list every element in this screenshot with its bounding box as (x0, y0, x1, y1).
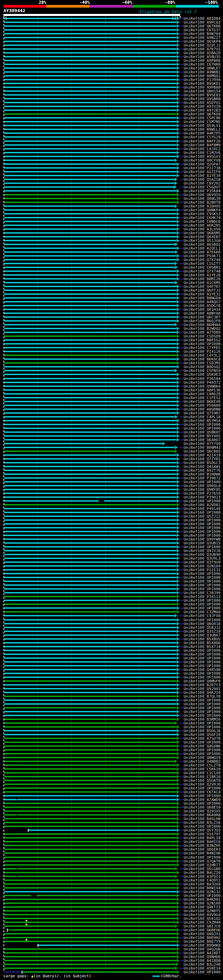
hit-line (4, 186, 173, 188)
hit-label[interactable]: UniRef100_Q2GPA7 (184, 162, 221, 166)
hit-label[interactable]: UniRef100_A3FQI1 (184, 875, 221, 878)
hit-line (4, 389, 176, 391)
hit-label[interactable]: UniRef100_Q2N132 (184, 890, 221, 894)
subject-extends-dash (180, 478, 183, 479)
hit-label[interactable]: UniRef100_B4FBM9 (184, 143, 221, 147)
hit-label[interactable]: UniRef100_Q5K9E3 (184, 373, 221, 377)
subject-extends-dash (180, 485, 183, 486)
hit-label[interactable]: UniRef100_UPI000.. (184, 618, 223, 622)
hit-arrow-icon (176, 740, 180, 744)
subject-extends-dash (180, 240, 183, 241)
hit-label[interactable]: UniRef100_UPI000.. (184, 894, 223, 897)
hit-line (4, 745, 176, 747)
hit-label[interactable]: UniRef100_Q0CYV8 (184, 159, 221, 162)
hit-label[interactable]: UniRef100_P50880 (184, 404, 221, 407)
hit-line (4, 397, 176, 398)
hit-arrow-icon (175, 181, 177, 185)
hit-label[interactable]: UniRef100_A1YE34 (184, 174, 221, 178)
hit-label[interactable]: UniRef100_UPI000.. (184, 970, 223, 974)
hit-arrow-icon (176, 671, 180, 675)
scale-label-4: ~100% (205, 0, 218, 5)
hit-arrow-icon (176, 438, 180, 442)
hit-line (4, 240, 176, 241)
hit-line (4, 711, 176, 712)
hit-line (4, 757, 176, 758)
hit-line (4, 98, 176, 99)
hit-arrow-icon (176, 940, 180, 943)
hit-label[interactable]: UniRef100_B4LZI6 (184, 871, 221, 875)
subject-extends-dash (180, 623, 183, 624)
hit-arrow-icon (176, 36, 180, 39)
hit-label[interactable]: UniRef100_B6KEV6 (184, 400, 221, 404)
hit-arrow-icon (176, 43, 180, 47)
hit-arrow-icon (176, 143, 180, 147)
hit-arrow-icon (175, 204, 177, 208)
legend-subject-text: (in Subject) (61, 974, 91, 978)
hit-arrow-icon (176, 955, 180, 958)
subject-extends-dash (180, 830, 183, 831)
subject-extends-dash (180, 18, 183, 19)
hit-label[interactable]: UniRef100_UPI000.. (184, 652, 223, 656)
hit-line (4, 730, 176, 732)
hit-label[interactable]: UniRef100_Q759R7 (184, 411, 221, 415)
hit-line (4, 688, 176, 689)
hit-line (4, 603, 176, 605)
hit-line (4, 880, 176, 881)
hit-label[interactable]: UniRef100_B5X7J4 (184, 645, 221, 649)
hit-label[interactable]: UniRef100_Q6Q418 (184, 622, 221, 626)
hit-line (4, 22, 176, 23)
hit-arrow-icon (176, 901, 180, 905)
hit-arrow-icon (176, 622, 180, 625)
hit-label[interactable]: UniRef100_P40372 (184, 381, 221, 385)
hit-label[interactable]: UniRef100_B0WIX4 (184, 886, 221, 890)
hit-line (4, 623, 176, 624)
hit-arrow-icon (176, 97, 180, 100)
hit-label[interactable]: UniRef100_Q9NBK4 (184, 385, 221, 388)
hit-line (4, 274, 176, 276)
subject-extends-dash (180, 41, 183, 42)
hit-label[interactable]: UniRef100_UPI000.. (184, 856, 223, 859)
hit-label[interactable]: UniRef100_Q3UB67 (184, 633, 221, 637)
hit-label[interactable]: UniRef100_UPI000.. (184, 649, 223, 652)
hit-label[interactable]: UniRef100_B4NIH6 (184, 851, 221, 855)
hit-label[interactable]: UniRef100_Q5CGB0 (184, 867, 221, 871)
hit-label[interactable]: UniRef100_C4Q9Y2 (184, 878, 221, 882)
hit-label[interactable]: UniRef100_A8Q0N8 (184, 407, 221, 411)
hit-label[interactable]: UniRef100_C9JFX8 (184, 614, 221, 618)
hit-label[interactable]: UniRef100_C4PL18 (184, 415, 221, 419)
hit-label[interactable]: UniRef100_C1MJV6 (184, 151, 221, 155)
hit-label[interactable]: UniRef100_B5X8D6 (184, 641, 221, 645)
hit-label[interactable]: UniRef100_C1FES1 (184, 396, 221, 400)
hit-line (4, 646, 176, 647)
hit-arrow-icon (176, 388, 180, 392)
hit-label[interactable]: UniRef100_C4JXC2 (184, 147, 221, 151)
subject-extends-dash (180, 577, 183, 578)
hit-label[interactable]: UniRef100_Q7QAT0 (184, 859, 221, 863)
hit-arrow-icon (176, 664, 180, 667)
hit-arrow-icon (176, 220, 180, 223)
hit-label[interactable]: UniRef100_A8P136 (184, 388, 221, 392)
subject-extends-dash (180, 753, 183, 754)
hit-label[interactable]: UniRef100_A2ZIF8 (184, 170, 221, 174)
small-gap-dots (16, 869, 17, 870)
hit-label[interactable]: UniRef100_B5XBU5 (184, 637, 221, 641)
scale-segment-0 (3, 5, 47, 8)
subject-extends-dash (180, 393, 183, 395)
hit-line (4, 236, 176, 237)
hit-label[interactable]: UniRef100_C5YG29 (184, 135, 221, 139)
hit-label[interactable]: UniRef100_P22738 (184, 166, 221, 170)
hit-label[interactable]: UniRef100_Q3SZ10 (184, 630, 221, 633)
hit-line (4, 332, 176, 333)
hit-label[interactable]: UniRef100_B4FFZ6 (184, 139, 221, 143)
hit-label[interactable]: UniRef100_B4JUV8 (184, 882, 221, 886)
hit-line (4, 228, 176, 230)
hit-line (4, 454, 176, 456)
hit-label[interactable]: UniRef100_C4R6Z0 (184, 392, 221, 396)
subject-extends-dash (180, 723, 183, 724)
hit-label[interactable]: UniRef100_Q1HR77 (184, 863, 221, 867)
hit-label[interactable]: UniRef100_Q5BJJ2 (184, 626, 221, 630)
hit-label[interactable]: UniRef100_P36584 (184, 377, 221, 381)
subject-extends-dash (180, 179, 183, 180)
hit-label[interactable]: UniRef100_A9SGV3 (184, 155, 221, 159)
hit-line (4, 224, 176, 226)
